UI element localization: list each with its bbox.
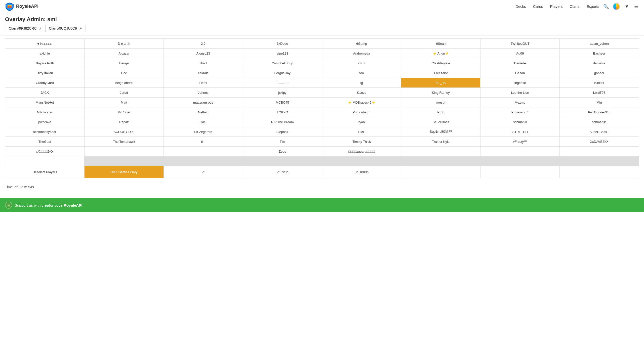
player-cell[interactable]: foo bbox=[322, 68, 401, 78]
player-cell[interactable]: I............ bbox=[243, 78, 322, 87]
player-cell[interactable]: xX□□□□9Xx bbox=[5, 147, 84, 156]
player-cell[interactable]: JACK bbox=[5, 88, 84, 97]
search-icon[interactable]: 🔍 bbox=[603, 4, 609, 9]
player-cell[interactable]: Mezmo bbox=[480, 98, 559, 107]
player-cell[interactable]: Pro Gunner345 bbox=[560, 107, 639, 117]
player-cell[interactable]: 2.9 bbox=[164, 39, 243, 48]
player-cell[interactable] bbox=[401, 147, 480, 156]
player-cell[interactable]: Bayliss Potti bbox=[5, 58, 84, 68]
player-cell[interactable]: Johnos bbox=[164, 88, 243, 97]
player-cell[interactable]: King Ramey bbox=[401, 88, 480, 97]
player-cell[interactable]: ⚡ Arjun⚡ bbox=[401, 49, 480, 58]
player-cell[interactable] bbox=[85, 147, 164, 156]
player-cell[interactable]: MansNotHot bbox=[5, 98, 84, 107]
player-cell[interactable]: Zeus bbox=[243, 147, 322, 156]
player-cell[interactable]: MCBC45 bbox=[243, 98, 322, 107]
player-cell[interactable]: The Tomahawk bbox=[85, 137, 164, 146]
nav-esports[interactable]: Esports bbox=[586, 4, 599, 9]
export-default-button[interactable]: ↗ bbox=[164, 166, 243, 178]
player-cell[interactable]: 3xDeee bbox=[243, 39, 322, 48]
player-cell[interactable] bbox=[164, 147, 243, 156]
player-cell[interactable]: Professor™ bbox=[480, 107, 559, 117]
player-cell[interactable]: XxDAVEExX bbox=[560, 137, 639, 146]
player-cell[interactable]: ClashRoyale bbox=[401, 58, 480, 68]
player-cell[interactable]: akichie bbox=[5, 49, 84, 58]
player-cell[interactable]: gondor bbox=[560, 68, 639, 78]
export-1080-button[interactable]: ↗ ↗ 1080p 1080p bbox=[322, 166, 401, 178]
player-cell[interactable]: 6Gump bbox=[322, 39, 401, 48]
player-cell[interactable]: Hemi bbox=[164, 78, 243, 87]
player-cell[interactable]: Primordial™ bbox=[322, 107, 401, 117]
clan-tab-1[interactable]: Clan #9PJ82CRC ↗ bbox=[5, 25, 45, 32]
player-cell[interactable]: Sir Zegeroth bbox=[164, 127, 243, 137]
player-cell[interactable]: dankim9 bbox=[560, 58, 639, 68]
clan-tab-1-ext-icon[interactable]: ↗ bbox=[39, 26, 42, 30]
player-cell[interactable]: eskrals bbox=[164, 68, 243, 78]
player-cell[interactable]: Fergus Jay bbox=[243, 68, 322, 78]
player-cell[interactable]: alpe123 bbox=[243, 49, 322, 58]
player-cell[interactable]: Timmy Thick bbox=[322, 137, 401, 146]
nav-clans[interactable]: Clans bbox=[570, 4, 579, 9]
player-cell[interactable]: schmoopsybear bbox=[5, 127, 84, 137]
player-cell[interactable]: Squ1rrel松鼠™ bbox=[401, 127, 480, 137]
player-cell[interactable]: ig bbox=[322, 78, 401, 87]
player-cell[interactable]: Alcazar bbox=[85, 49, 164, 58]
player-cell[interactable]: Tim bbox=[243, 137, 322, 146]
player-cell[interactable]: Ingentic bbox=[480, 78, 559, 87]
player-cell[interactable]: Nathan bbox=[164, 107, 243, 117]
clan-tab-2[interactable]: Clan #9UQJUJC9 ↗ bbox=[45, 25, 86, 32]
heart-icon[interactable]: ♥ bbox=[624, 4, 629, 9]
player-cell[interactable]: □□□□zquanx□□□□ bbox=[322, 147, 401, 156]
player-cell[interactable]: D e a t h bbox=[85, 39, 164, 48]
player-cell[interactable]: TOKYO bbox=[243, 107, 322, 117]
player-cell[interactable]: RIP The Dream bbox=[243, 117, 322, 127]
player-cell[interactable]: Prob bbox=[401, 107, 480, 117]
player-cell[interactable]: IK-_-IK bbox=[401, 78, 480, 87]
player-cell[interactable]: SupeRBeasT bbox=[560, 127, 639, 137]
player-cell[interactable]: Slephnir bbox=[243, 127, 322, 137]
player-cell[interactable]: chuz bbox=[322, 58, 401, 68]
player-cell[interactable]: adam_cohen bbox=[560, 39, 639, 48]
player-cell[interactable]: K1nzo bbox=[322, 88, 401, 97]
player-cell[interactable]: schmanik bbox=[480, 117, 559, 127]
player-cell[interactable]: Ric bbox=[164, 117, 243, 127]
player-cell[interactable]: SML bbox=[322, 127, 401, 137]
player-cell[interactable]: Mitch-boss bbox=[5, 107, 84, 117]
player-cell[interactable]: Rapaz bbox=[85, 117, 164, 127]
player-cell[interactable]: SauceBoss bbox=[401, 117, 480, 127]
player-cell[interactable] bbox=[480, 147, 559, 156]
player-cell[interactable]: Basheer bbox=[560, 49, 639, 58]
player-cell[interactable]: MrRoger bbox=[85, 107, 164, 117]
player-cell[interactable]: ♣ K□□□□□ bbox=[5, 39, 84, 48]
player-cell[interactable]: Danielle bbox=[480, 58, 559, 68]
player-cell[interactable]: SCOOBY D00 bbox=[85, 127, 164, 137]
nav-decks[interactable]: Decks bbox=[515, 4, 526, 9]
player-cell[interactable]: GranbyGuru bbox=[5, 78, 84, 87]
player-cell[interactable]: TheGoat bbox=[5, 137, 84, 146]
player-cell[interactable]: STRETCH bbox=[480, 127, 559, 137]
export-720-button[interactable]: ↗ ↗ 720p 720p bbox=[243, 166, 322, 178]
player-cell[interactable]: 6Sean bbox=[401, 39, 480, 48]
player-cell[interactable]: Min bbox=[560, 98, 639, 107]
player-cell[interactable]: jskipy bbox=[243, 88, 322, 97]
menu-icon[interactable]: ☰ bbox=[633, 4, 639, 9]
player-cell[interactable]: 6WhitedOUT bbox=[480, 39, 559, 48]
player-cell[interactable]: schmaniki bbox=[560, 117, 639, 127]
player-cell[interactable]: Freezalot bbox=[401, 68, 480, 78]
player-cell[interactable]: Geson bbox=[480, 68, 559, 78]
player-cell[interactable]: Benga bbox=[85, 58, 164, 68]
player-cell[interactable]: Andromeda bbox=[322, 49, 401, 58]
nav-cards[interactable]: Cards bbox=[533, 4, 543, 9]
player-cell[interactable] bbox=[560, 147, 639, 156]
player-cell[interactable]: Dirty Italian bbox=[5, 68, 84, 78]
player-cell[interactable]: ⚡ MDBraves49⚡ bbox=[322, 98, 401, 107]
player-cell[interactable]: Brad bbox=[164, 58, 243, 68]
player-cell[interactable]: Matt bbox=[85, 98, 164, 107]
clan-tab-2-ext-icon[interactable]: ↗ bbox=[79, 26, 82, 30]
player-cell[interactable]: LordT97 bbox=[560, 88, 639, 97]
player-cell[interactable]: Jarod bbox=[85, 88, 164, 97]
player-cell[interactable]: ryan bbox=[322, 117, 401, 127]
crown-icon[interactable] bbox=[613, 3, 620, 10]
player-cell[interactable]: Alonso23 bbox=[164, 49, 243, 58]
player-cell[interactable]: tim bbox=[164, 137, 243, 146]
